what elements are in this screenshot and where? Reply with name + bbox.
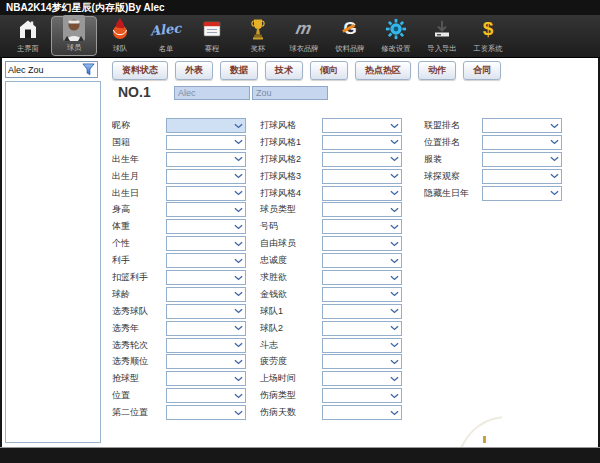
field-dropdown[interactable] <box>322 270 402 285</box>
field-dropdown[interactable] <box>322 118 402 133</box>
field-dropdown[interactable] <box>166 354 246 369</box>
field-dropdown[interactable] <box>166 270 246 285</box>
toolbar-item-label: 工资系统 <box>473 43 502 53</box>
field-row: 伤病类型 <box>260 388 402 403</box>
field-dropdown[interactable] <box>322 405 402 420</box>
chevron-down-icon <box>390 410 399 416</box>
field-row: 出生年 <box>112 152 246 167</box>
form-column-1: 昵称国籍出生年出生月出生日身高体重个性利手扣篮利手球龄选秀球队选秀年选秀轮次选秀… <box>112 118 246 422</box>
field-label: 打球风格1 <box>260 136 322 149</box>
field-dropdown[interactable] <box>166 202 246 217</box>
field-dropdown[interactable] <box>322 152 402 167</box>
field-row: 打球风格1 <box>260 135 402 150</box>
field-dropdown[interactable] <box>166 219 246 234</box>
toolbar-item-player[interactable]: 球员 <box>51 16 97 56</box>
toolbar-item-jersey-brand[interactable]: m 球衣品牌 <box>281 16 327 56</box>
tab-data[interactable]: 数据 <box>220 61 258 80</box>
field-row: 国籍 <box>112 135 246 150</box>
field-label: 打球风格4 <box>260 187 322 200</box>
tab-tendencies[interactable]: 倾向 <box>310 61 348 80</box>
field-dropdown[interactable] <box>322 236 402 251</box>
field-label: 球龄 <box>112 288 166 301</box>
field-label: 位置排名 <box>424 136 482 149</box>
field-label: 球队2 <box>260 322 322 335</box>
toolbar-item-label: 修改设置 <box>381 43 410 53</box>
toolbar-item-home[interactable]: 主界面 <box>5 16 51 56</box>
toolbar-item-team[interactable]: 球队 <box>97 16 143 56</box>
field-dropdown[interactable] <box>322 354 402 369</box>
funnel-filter-icon[interactable] <box>82 63 95 76</box>
field-dropdown[interactable] <box>166 253 246 268</box>
toolbar-item-roster[interactable]: Alec 名单 <box>143 16 189 56</box>
toolbar-item-salary[interactable]: $ 工资系统 <box>465 16 511 56</box>
field-dropdown[interactable] <box>482 186 562 201</box>
toolbar-item-import-export[interactable]: 导入导出 <box>419 16 465 56</box>
field-dropdown[interactable] <box>166 371 246 386</box>
field-dropdown[interactable] <box>166 287 246 302</box>
last-name-field[interactable]: Zou <box>252 86 328 100</box>
field-dropdown[interactable] <box>166 169 246 184</box>
field-dropdown[interactable] <box>482 118 562 133</box>
field-dropdown[interactable] <box>322 321 402 336</box>
field-dropdown[interactable] <box>322 253 402 268</box>
field-dropdown[interactable] <box>322 202 402 217</box>
field-dropdown[interactable] <box>322 135 402 150</box>
field-dropdown[interactable] <box>166 304 246 319</box>
tab-animations[interactable]: 动作 <box>418 61 456 80</box>
tab-hotzones[interactable]: 热点热区 <box>355 61 411 80</box>
field-row: 选秀轮次 <box>112 338 246 353</box>
search-input[interactable]: Alec Zou <box>5 61 98 78</box>
field-row: 选秀年 <box>112 321 246 336</box>
tab-profile-status[interactable]: 资料状态 <box>112 61 168 80</box>
field-dropdown[interactable] <box>166 338 246 353</box>
field-dropdown[interactable] <box>482 169 562 184</box>
toolbar-item-label: 球队 <box>113 43 128 53</box>
field-label: 球探观察 <box>424 170 482 183</box>
field-dropdown[interactable] <box>166 152 246 167</box>
toolbar-item-settings[interactable]: 修改设置 <box>373 16 419 56</box>
toolbar: 主界面 球员 球队 Alec 名单 赛程 奖杯 m 球衣品牌 <box>0 15 600 58</box>
window-title: NBA2K14梦幻星辰(内存版)By Alec <box>6 2 165 13</box>
field-dropdown[interactable] <box>322 186 402 201</box>
chevron-down-icon <box>234 123 243 129</box>
field-dropdown[interactable] <box>166 236 246 251</box>
tab-bar: 资料状态 外表 数据 技术 倾向 热点热区 动作 合同 <box>112 61 501 80</box>
field-label: 球队1 <box>260 305 322 318</box>
field-dropdown[interactable] <box>322 287 402 302</box>
dollar-text: $ <box>483 19 494 39</box>
field-dropdown[interactable] <box>166 186 246 201</box>
tab-skills[interactable]: 技术 <box>265 61 303 80</box>
chevron-down-icon <box>234 156 243 162</box>
field-dropdown[interactable] <box>482 135 562 150</box>
toolbar-item-trophy[interactable]: 奖杯 <box>235 16 281 56</box>
field-dropdown[interactable] <box>322 219 402 234</box>
field-dropdown[interactable] <box>322 304 402 319</box>
field-label: 体重 <box>112 220 166 233</box>
field-dropdown[interactable] <box>322 169 402 184</box>
chevron-down-icon <box>390 308 399 314</box>
tab-appearance[interactable]: 外表 <box>175 61 213 80</box>
player-list[interactable] <box>5 81 101 443</box>
toolbar-item-drink-brand[interactable]: G 饮料品牌 <box>327 16 373 56</box>
field-dropdown[interactable] <box>166 321 246 336</box>
field-dropdown[interactable] <box>166 118 246 133</box>
field-dropdown[interactable] <box>166 388 246 403</box>
first-name-field[interactable]: Alec <box>174 86 250 100</box>
field-label: 求胜欲 <box>260 271 322 284</box>
field-dropdown[interactable] <box>322 388 402 403</box>
window-titlebar: NBA2K14梦幻星辰(内存版)By Alec <box>0 0 600 15</box>
field-dropdown[interactable] <box>482 152 562 167</box>
toolbar-item-schedule[interactable]: 赛程 <box>189 16 235 56</box>
gatorade-g-text: G <box>343 19 356 39</box>
tab-contract[interactable]: 合同 <box>463 61 501 80</box>
field-dropdown[interactable] <box>166 135 246 150</box>
field-dropdown[interactable] <box>322 338 402 353</box>
field-dropdown[interactable] <box>166 405 246 420</box>
chevron-down-icon <box>234 241 243 247</box>
chevron-down-icon <box>234 224 243 230</box>
field-row: 忠诚度 <box>260 253 402 268</box>
toolbar-item-label: 球衣品牌 <box>289 43 318 53</box>
field-dropdown[interactable] <box>322 371 402 386</box>
gear-icon <box>385 16 407 42</box>
chevron-down-icon <box>234 275 243 281</box>
